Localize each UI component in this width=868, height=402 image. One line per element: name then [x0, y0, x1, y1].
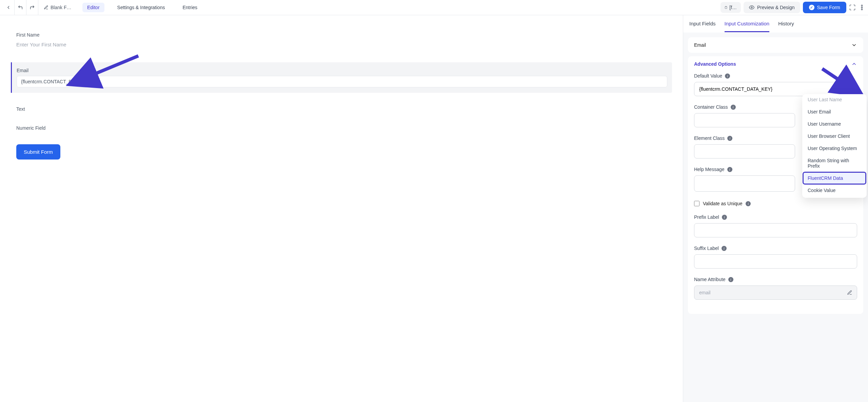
- checkbox-label: Validate as Unique: [703, 201, 742, 206]
- help-message-input[interactable]: [694, 175, 795, 192]
- pencil-icon[interactable]: [847, 290, 852, 295]
- info-icon[interactable]: i: [728, 277, 733, 282]
- info-icon[interactable]: i: [727, 136, 732, 141]
- dropdown-item[interactable]: FluentCRM Data: [804, 173, 865, 184]
- form-canvas: First Name Email {fluentcrm.CONTACT_DATA…: [0, 15, 683, 402]
- svg-point-2: [861, 5, 862, 6]
- layout: First Name Email {fluentcrm.CONTACT_DATA…: [0, 15, 868, 402]
- dropdown-item[interactable]: User Browser Client: [802, 130, 867, 142]
- option-label-text: Name Attribute: [694, 277, 726, 282]
- email-input[interactable]: {fluentcrm.CONTACT_DATA_KEY}: [17, 76, 667, 87]
- info-icon[interactable]: i: [722, 215, 727, 220]
- svg-point-8: [850, 90, 852, 92]
- top-bar: Blank F… Editor Settings & Integrations …: [0, 0, 868, 15]
- field-text[interactable]: Text: [16, 106, 667, 112]
- undo-icon: [18, 5, 23, 10]
- field-email-selected[interactable]: Email {fluentcrm.CONTACT_DATA_KEY}: [11, 62, 672, 93]
- prefix-label-input[interactable]: [694, 223, 857, 237]
- chevron-left-icon: [6, 5, 11, 10]
- sidebar-tabs: Input Fields Input Customization History: [683, 15, 868, 33]
- redo-icon: [29, 5, 35, 10]
- section-title: Advanced Options: [694, 61, 736, 67]
- info-icon[interactable]: i: [725, 73, 730, 79]
- dropdown-item[interactable]: User Last Name: [802, 96, 867, 106]
- info-icon[interactable]: i: [727, 167, 732, 172]
- fullscreen-icon[interactable]: [849, 4, 856, 11]
- info-icon[interactable]: i: [746, 201, 751, 206]
- check-icon: [809, 5, 814, 10]
- svg-rect-0: [726, 6, 727, 7]
- tab-settings[interactable]: Settings & Integrations: [113, 3, 170, 12]
- option-label-text: Element Class: [694, 135, 725, 141]
- option-label-text: Help Message: [694, 167, 725, 172]
- field-label: Text: [16, 106, 667, 112]
- info-icon[interactable]: i: [722, 246, 727, 251]
- option-default-value: Default Value i: [694, 73, 857, 96]
- svg-point-4: [861, 9, 862, 10]
- section-advanced-head[interactable]: Advanced Options: [688, 56, 863, 72]
- submit-button[interactable]: Submit Form: [16, 144, 60, 160]
- topbar-left: Blank F… Editor Settings & Integrations …: [3, 0, 202, 15]
- field-label: Numeric Field: [16, 125, 667, 131]
- section-email: Email: [688, 37, 863, 53]
- option-suffix-label: Suffix Label i: [694, 246, 857, 269]
- svg-point-3: [861, 7, 862, 8]
- tab-history[interactable]: History: [778, 21, 794, 32]
- name-attribute-input[interactable]: [694, 285, 857, 300]
- svg-point-7: [850, 88, 852, 90]
- field-first-name[interactable]: First Name: [16, 32, 667, 49]
- tab-entries[interactable]: Entries: [178, 3, 202, 12]
- undo-button[interactable]: [15, 0, 26, 15]
- field-label: Email: [17, 68, 667, 73]
- sidebar-body: Email Advanced Options Default Value i: [683, 33, 868, 402]
- dropdown-item[interactable]: User Email: [802, 106, 867, 118]
- back-button[interactable]: [3, 0, 15, 15]
- option-label-text: Prefix Label: [694, 214, 719, 220]
- option-label-text: Container Class: [694, 104, 728, 110]
- option-name-attribute: Name Attribute i: [694, 277, 857, 300]
- preview-button[interactable]: Preview & Design: [744, 2, 800, 13]
- tab-editor[interactable]: Editor: [82, 3, 104, 12]
- more-vertical-icon: [850, 86, 852, 92]
- dropdown-item[interactable]: User Username: [802, 118, 867, 130]
- redo-button[interactable]: [26, 0, 38, 15]
- eye-icon: [749, 5, 754, 10]
- element-class-input[interactable]: [694, 144, 795, 158]
- option-label-text: Suffix Label: [694, 246, 719, 251]
- suffix-label-input[interactable]: [694, 254, 857, 269]
- section-email-head[interactable]: Email: [688, 37, 863, 53]
- shortcode-label: [f…: [729, 5, 737, 10]
- preview-label: Preview & Design: [757, 5, 795, 10]
- shortcode-dropdown: User Last NameUser EmailUser UsernameUse…: [802, 94, 867, 198]
- more-vertical-icon[interactable]: [859, 4, 865, 11]
- form-title-text: Blank F…: [51, 5, 71, 10]
- tab-input-fields[interactable]: Input Fields: [689, 21, 716, 32]
- option-prefix-label: Prefix Label i: [694, 214, 857, 237]
- container-class-input[interactable]: [694, 113, 795, 127]
- first-name-input[interactable]: [16, 40, 667, 49]
- topbar-right: [f… Preview & Design Save Form: [721, 2, 865, 13]
- validate-unique-checkbox[interactable]: [694, 201, 699, 206]
- chevron-up-icon: [851, 61, 857, 67]
- pencil-icon: [44, 5, 48, 10]
- svg-point-6: [850, 86, 852, 88]
- dropdown-item[interactable]: Cookie Value: [802, 184, 867, 196]
- option-validate-unique: Validate as Unique i: [694, 201, 857, 206]
- info-icon[interactable]: i: [731, 105, 736, 110]
- dropdown-item[interactable]: User Operating System: [802, 142, 867, 154]
- main-tabs: Editor Settings & Integrations Entries: [82, 3, 202, 12]
- dropdown-item[interactable]: Random String with Prefix: [802, 154, 867, 172]
- section-title: Email: [694, 42, 706, 48]
- field-label: First Name: [16, 32, 667, 38]
- form-title[interactable]: Blank F…: [38, 5, 72, 10]
- save-button[interactable]: Save Form: [803, 2, 846, 13]
- shortcode-button[interactable]: [f…: [721, 2, 741, 13]
- tab-input-customization[interactable]: Input Customization: [725, 21, 770, 32]
- option-label-text: Default Value: [694, 73, 722, 79]
- save-label: Save Form: [817, 5, 840, 10]
- field-numeric[interactable]: Numeric Field: [16, 125, 667, 131]
- chevron-down-icon: [851, 42, 857, 48]
- svg-point-1: [751, 7, 752, 8]
- clipboard-icon: [725, 5, 727, 10]
- sidebar: Input Fields Input Customization History…: [683, 15, 868, 402]
